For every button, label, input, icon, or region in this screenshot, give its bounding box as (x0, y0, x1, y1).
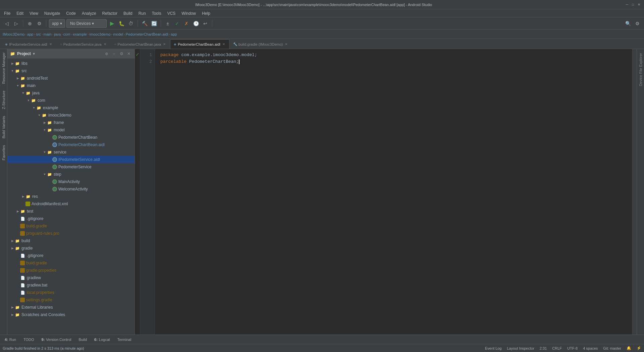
todo-tab[interactable]: TODO (20, 336, 38, 344)
git-undo-button[interactable]: ↩ (201, 19, 209, 28)
menu-item-window[interactable]: Window (179, 10, 199, 16)
code-editor[interactable]: package com.example.imooc3demo.model; pa… (155, 49, 632, 335)
panel-settings-btn[interactable]: ⚙ (118, 51, 124, 57)
logcat-tab[interactable]: 6: Logcat (91, 336, 113, 344)
tree-item[interactable]: 📄.gitignore (7, 252, 135, 259)
tree-item[interactable]: ▶📁test (7, 208, 135, 215)
menu-item-vcs[interactable]: VCS (165, 10, 178, 16)
terminal-tab[interactable]: Terminal (114, 336, 135, 344)
breadcrumb-main[interactable]: main (43, 32, 51, 36)
build-variants-label[interactable]: Build Variants (1, 113, 7, 142)
favorites-label[interactable]: Favorites (1, 142, 7, 164)
menu-item-refactor[interactable]: Refactor (100, 10, 120, 16)
tree-item[interactable]: AndroidManifest.xml (7, 200, 135, 208)
tree-item[interactable]: ▼📁model (7, 126, 135, 134)
tree-item[interactable]: ▶📁libs (7, 60, 135, 67)
tree-item[interactable]: PedometerChartBean (7, 134, 135, 141)
run-button[interactable]: ▶ (108, 19, 116, 28)
tree-item[interactable]: ▼📁service (7, 148, 135, 156)
tab-close-4[interactable]: ✕ (222, 42, 226, 46)
menu-item-build[interactable]: Build (121, 10, 135, 16)
tab-pedometer-service-java[interactable]: ○ PedometerService.java ✕ (56, 39, 111, 49)
tree-item[interactable]: IPedometerService.aidl (7, 156, 135, 163)
tab-close-5[interactable]: ✕ (284, 42, 288, 46)
debug-button[interactable]: 🐛 (117, 19, 125, 28)
menu-item-analyze[interactable]: Analyze (79, 10, 99, 16)
tree-item[interactable]: MainActivity (7, 178, 135, 185)
tree-item[interactable]: WelcomeActivity (7, 185, 135, 193)
menu-item-tools[interactable]: Tools (149, 10, 164, 16)
tree-item[interactable]: ▶📁frame (7, 119, 135, 126)
tree-item[interactable]: gradle.properties (7, 267, 135, 274)
line-ending[interactable]: CRLF (552, 346, 562, 350)
tree-item[interactable]: PedometerService (7, 163, 135, 171)
tab-close-3[interactable]: ✕ (162, 42, 166, 46)
event-log-button[interactable]: Event Log (485, 346, 502, 350)
settings-button[interactable]: ⚙ (35, 19, 43, 28)
sync-button[interactable]: ⊕ (26, 19, 34, 28)
tree-item[interactable]: ▶📁androidTest (7, 75, 135, 82)
tab-build-gradle[interactable]: 🔧 build.gradle (IMooc3Demo) ✕ (229, 39, 292, 49)
panel-close-btn[interactable]: ✕ (126, 51, 132, 57)
tree-item[interactable]: ▶📁build (7, 237, 135, 245)
tab-ipedometer-service[interactable]: ◈ IPedometerService.aidl ✕ (1, 39, 56, 49)
tab-close-2[interactable]: ✕ (103, 42, 107, 46)
breadcrumb-app[interactable]: app (27, 32, 33, 36)
indent-settings[interactable]: 4 spaces (583, 346, 598, 350)
breadcrumb-java[interactable]: java (54, 32, 61, 36)
tree-item[interactable]: ▶📁gradle (7, 245, 135, 252)
tree-item[interactable]: build.gradle (7, 259, 135, 267)
project-panel-dropdown[interactable]: ▾ (33, 51, 35, 56)
git-history-button[interactable]: 🕐 (192, 19, 200, 28)
tree-item[interactable]: proguard-rules.pro (7, 230, 135, 237)
tree-item[interactable]: ▼📁src (7, 67, 135, 75)
menu-item-help[interactable]: Help (199, 10, 213, 16)
maximize-button[interactable]: □ (631, 2, 635, 7)
tree-item[interactable]: ▼📁java (7, 89, 135, 97)
device-file-explorer-label[interactable]: Device File Explorer (639, 50, 643, 89)
git-x-button[interactable]: ✗ (182, 19, 191, 28)
tab-close-1[interactable]: ✕ (49, 42, 53, 46)
build-button[interactable]: 🔨 (141, 19, 149, 28)
z-structure-label[interactable]: Z-Structure (1, 87, 7, 113)
tree-item[interactable]: ▶📁res (7, 193, 135, 200)
sync-gradle-button[interactable]: 🔄 (150, 19, 158, 28)
git-button[interactable]: ± (164, 19, 172, 28)
tree-item[interactable]: ▼📁main (7, 82, 135, 89)
tree-item[interactable]: 📄.gitignore (7, 215, 135, 222)
breadcrumb-app2[interactable]: app (171, 32, 177, 36)
breadcrumb-example[interactable]: example (73, 32, 87, 36)
activity-icon[interactable]: ⚡ (637, 346, 641, 350)
menu-item-code[interactable]: Code (63, 10, 78, 16)
tree-item[interactable]: PedometerChartBean.aidl (7, 141, 135, 148)
run-tab[interactable]: 4: Run (1, 336, 19, 344)
settings-gear-button[interactable]: ⚙ (633, 19, 641, 28)
breadcrumb-src[interactable]: src (36, 32, 41, 36)
git-branch-status[interactable]: Git: master (603, 346, 621, 350)
menu-item-edit[interactable]: Edit (14, 10, 26, 16)
tree-item[interactable]: settings.gradle (7, 296, 135, 304)
menu-item-file[interactable]: File (1, 10, 13, 16)
cursor-position[interactable]: 2:31 (540, 346, 547, 350)
breadcrumb-model[interactable]: model (113, 32, 123, 36)
tree-item[interactable]: ▼📁com (7, 97, 135, 104)
breadcrumb-imooc3demo2[interactable]: imooc3demo (90, 32, 111, 36)
minimize-button[interactable]: ─ (625, 2, 629, 7)
breadcrumb-file[interactable]: PedometerChartBean.aidl (126, 32, 168, 36)
build-tab[interactable]: Build (75, 336, 90, 344)
app-dropdown[interactable]: app ▾ (49, 19, 65, 28)
forward-button[interactable]: ▷ (12, 19, 20, 28)
tree-item[interactable]: ▶📁External Libraries (7, 304, 135, 311)
menu-item-navigate[interactable]: Navigate (42, 10, 63, 16)
tree-item[interactable]: ▼📁imooc3demo (7, 112, 135, 119)
breadcrumb-imooc3demo[interactable]: IMooc3Demo (3, 32, 24, 36)
close-button[interactable]: ✕ (637, 2, 641, 7)
encoding[interactable]: UTF-8 (567, 346, 578, 350)
tree-item[interactable]: 📄gradlew.bat (7, 281, 135, 289)
panel-collapse-btn[interactable]: – (111, 51, 117, 57)
layout-inspector-button[interactable]: Layout Inspector (507, 346, 534, 350)
version-control-tab[interactable]: 9: Version Control (38, 336, 75, 344)
tree-item[interactable]: ▶📁Scratches and Consoles (7, 311, 135, 318)
notifications-icon[interactable]: 🔔 (627, 346, 631, 350)
tab-pedometer-chartbean-aidl[interactable]: ◈ PedometerChartBean.aidl ✕ (170, 39, 229, 49)
